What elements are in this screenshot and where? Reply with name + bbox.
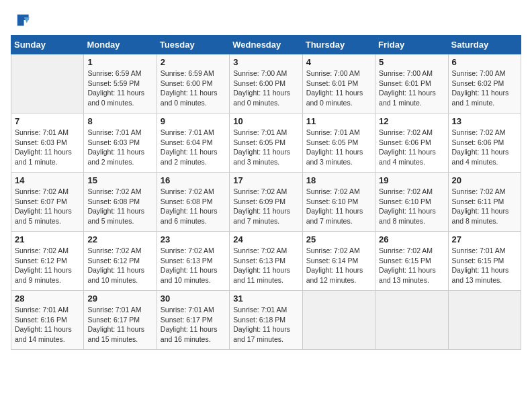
- day-number: 18: [306, 175, 371, 185]
- page-header: [11, 11, 521, 30]
- day-number: 15: [87, 175, 152, 185]
- day-number: 27: [452, 234, 517, 244]
- day-info: Sunrise: 7:02 AMSunset: 6:06 PMDaylight:…: [379, 128, 444, 167]
- calendar-cell: 4Sunrise: 7:00 AMSunset: 6:01 PMDaylight…: [302, 54, 375, 113]
- day-info: Sunrise: 7:01 AMSunset: 6:05 PMDaylight:…: [306, 128, 371, 167]
- day-number: 26: [379, 234, 444, 244]
- day-number: 5: [379, 57, 444, 67]
- day-info: Sunrise: 7:00 AMSunset: 6:01 PMDaylight:…: [379, 68, 444, 108]
- day-info: Sunrise: 7:01 AMSunset: 6:03 PMDaylight:…: [87, 128, 152, 167]
- day-number: 10: [233, 116, 298, 126]
- calendar-cell: 22Sunrise: 7:02 AMSunset: 6:12 PMDayligh…: [84, 232, 157, 291]
- calendar-cell: [375, 291, 448, 350]
- day-info: Sunrise: 7:01 AMSunset: 6:18 PMDaylight:…: [233, 305, 298, 345]
- day-info: Sunrise: 7:00 AMSunset: 6:00 PMDaylight:…: [233, 68, 298, 108]
- day-info: Sunrise: 7:02 AMSunset: 6:09 PMDaylight:…: [233, 187, 298, 226]
- day-number: 3: [233, 57, 298, 67]
- calendar-week-row: 7Sunrise: 7:01 AMSunset: 6:03 PMDaylight…: [11, 113, 521, 173]
- day-info: Sunrise: 6:59 AMSunset: 6:00 PMDaylight:…: [161, 68, 226, 108]
- day-number: 6: [452, 57, 517, 67]
- day-info: Sunrise: 7:02 AMSunset: 6:10 PMDaylight:…: [306, 187, 371, 226]
- day-info: Sunrise: 7:02 AMSunset: 6:14 PMDaylight:…: [306, 246, 371, 285]
- calendar-cell: 20Sunrise: 7:02 AMSunset: 6:11 PMDayligh…: [448, 173, 521, 232]
- day-info: Sunrise: 7:01 AMSunset: 6:05 PMDaylight:…: [233, 128, 298, 167]
- day-info: Sunrise: 7:02 AMSunset: 6:13 PMDaylight:…: [233, 246, 298, 285]
- calendar-cell: 8Sunrise: 7:01 AMSunset: 6:03 PMDaylight…: [84, 113, 157, 173]
- day-info: Sunrise: 7:00 AMSunset: 6:02 PMDaylight:…: [452, 68, 517, 108]
- day-number: 23: [161, 234, 226, 244]
- day-number: 8: [87, 116, 152, 126]
- day-info: Sunrise: 7:02 AMSunset: 6:07 PMDaylight:…: [15, 187, 80, 226]
- day-info: Sunrise: 7:01 AMSunset: 6:17 PMDaylight:…: [87, 305, 152, 345]
- day-info: Sunrise: 7:02 AMSunset: 6:15 PMDaylight:…: [379, 246, 444, 285]
- day-of-week-header: Wednesday: [230, 36, 302, 54]
- calendar-cell: 10Sunrise: 7:01 AMSunset: 6:05 PMDayligh…: [230, 113, 302, 173]
- day-info: Sunrise: 7:02 AMSunset: 6:13 PMDaylight:…: [161, 246, 226, 285]
- day-info: Sunrise: 7:00 AMSunset: 6:01 PMDaylight:…: [306, 68, 371, 108]
- day-number: 4: [306, 57, 371, 67]
- day-info: Sunrise: 7:02 AMSunset: 6:08 PMDaylight:…: [87, 187, 152, 226]
- day-info: Sunrise: 7:02 AMSunset: 6:12 PMDaylight:…: [15, 246, 80, 285]
- day-number: 19: [379, 175, 444, 185]
- day-number: 16: [161, 175, 226, 185]
- day-of-week-header: Thursday: [302, 36, 375, 54]
- day-info: Sunrise: 7:02 AMSunset: 6:11 PMDaylight:…: [452, 187, 517, 226]
- calendar-week-row: 28Sunrise: 7:01 AMSunset: 6:16 PMDayligh…: [11, 291, 521, 350]
- day-number: 29: [87, 293, 152, 304]
- day-of-week-header: Saturday: [448, 36, 521, 54]
- calendar-cell: 24Sunrise: 7:02 AMSunset: 6:13 PMDayligh…: [230, 232, 302, 291]
- calendar-cell: 17Sunrise: 7:02 AMSunset: 6:09 PMDayligh…: [230, 173, 302, 232]
- day-of-week-header: Monday: [84, 36, 157, 54]
- day-info: Sunrise: 7:01 AMSunset: 6:03 PMDaylight:…: [15, 128, 80, 167]
- calendar-week-row: 21Sunrise: 7:02 AMSunset: 6:12 PMDayligh…: [11, 232, 521, 291]
- calendar-cell: 12Sunrise: 7:02 AMSunset: 6:06 PMDayligh…: [375, 113, 448, 173]
- day-info: Sunrise: 7:02 AMSunset: 6:08 PMDaylight:…: [161, 187, 226, 226]
- logo: [11, 11, 32, 30]
- day-number: 30: [161, 293, 226, 304]
- calendar-cell: 11Sunrise: 7:01 AMSunset: 6:05 PMDayligh…: [302, 113, 375, 173]
- day-number: 1: [87, 57, 152, 67]
- day-number: 28: [15, 293, 80, 304]
- day-number: 12: [379, 116, 444, 126]
- calendar-cell: 9Sunrise: 7:01 AMSunset: 6:04 PMDaylight…: [157, 113, 229, 173]
- day-info: Sunrise: 7:02 AMSunset: 6:06 PMDaylight:…: [452, 128, 517, 167]
- svg-marker-1: [17, 20, 24, 26]
- day-info: Sunrise: 7:01 AMSunset: 6:04 PMDaylight:…: [161, 128, 226, 167]
- calendar-cell: 3Sunrise: 7:00 AMSunset: 6:00 PMDaylight…: [230, 54, 302, 113]
- calendar-cell: 18Sunrise: 7:02 AMSunset: 6:10 PMDayligh…: [302, 173, 375, 232]
- calendar-cell: [302, 291, 375, 350]
- calendar-cell: 19Sunrise: 7:02 AMSunset: 6:10 PMDayligh…: [375, 173, 448, 232]
- day-info: Sunrise: 7:01 AMSunset: 6:15 PMDaylight:…: [452, 246, 517, 285]
- day-info: Sunrise: 7:02 AMSunset: 6:12 PMDaylight:…: [87, 246, 152, 285]
- day-info: Sunrise: 7:02 AMSunset: 6:10 PMDaylight:…: [379, 187, 444, 226]
- day-number: 17: [233, 175, 298, 185]
- calendar-table: SundayMondayTuesdayWednesdayThursdayFrid…: [11, 35, 521, 350]
- day-number: 2: [161, 57, 226, 67]
- calendar-cell: 13Sunrise: 7:02 AMSunset: 6:06 PMDayligh…: [448, 113, 521, 173]
- calendar-cell: [11, 54, 84, 113]
- calendar-cell: 28Sunrise: 7:01 AMSunset: 6:16 PMDayligh…: [11, 291, 84, 350]
- calendar-cell: 29Sunrise: 7:01 AMSunset: 6:17 PMDayligh…: [84, 291, 157, 350]
- calendar-week-row: 14Sunrise: 7:02 AMSunset: 6:07 PMDayligh…: [11, 173, 521, 232]
- day-info: Sunrise: 7:01 AMSunset: 6:16 PMDaylight:…: [15, 305, 80, 345]
- calendar-cell: 7Sunrise: 7:01 AMSunset: 6:03 PMDaylight…: [11, 113, 84, 173]
- day-of-week-header: Tuesday: [157, 36, 229, 54]
- day-number: 9: [161, 116, 226, 126]
- calendar-cell: 16Sunrise: 7:02 AMSunset: 6:08 PMDayligh…: [157, 173, 229, 232]
- day-number: 24: [233, 234, 298, 244]
- day-info: Sunrise: 7:01 AMSunset: 6:17 PMDaylight:…: [161, 305, 226, 345]
- logo-icon: [11, 11, 30, 30]
- day-number: 22: [87, 234, 152, 244]
- calendar-cell: 30Sunrise: 7:01 AMSunset: 6:17 PMDayligh…: [157, 291, 229, 350]
- day-number: 25: [306, 234, 371, 244]
- day-number: 31: [233, 293, 298, 304]
- calendar-cell: 23Sunrise: 7:02 AMSunset: 6:13 PMDayligh…: [157, 232, 229, 291]
- day-number: 14: [15, 175, 80, 185]
- calendar-cell: 14Sunrise: 7:02 AMSunset: 6:07 PMDayligh…: [11, 173, 84, 232]
- calendar-cell: [448, 291, 521, 350]
- calendar-week-row: 1Sunrise: 6:59 AMSunset: 5:59 PMDaylight…: [11, 54, 521, 113]
- day-number: 7: [15, 116, 80, 126]
- calendar-cell: 27Sunrise: 7:01 AMSunset: 6:15 PMDayligh…: [448, 232, 521, 291]
- calendar-cell: 21Sunrise: 7:02 AMSunset: 6:12 PMDayligh…: [11, 232, 84, 291]
- calendar-cell: 25Sunrise: 7:02 AMSunset: 6:14 PMDayligh…: [302, 232, 375, 291]
